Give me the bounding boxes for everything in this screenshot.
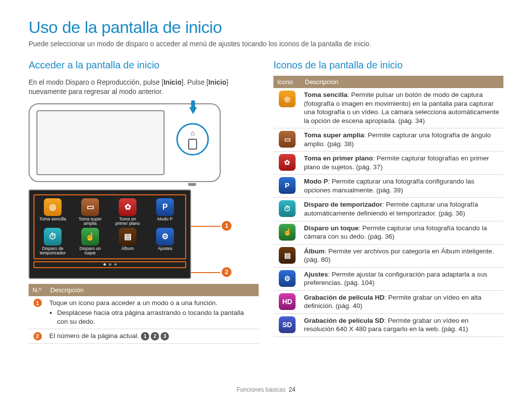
home-icon-cell: ⏱Disparo de temporizador (37, 228, 68, 256)
mode-icon-label: Toma en primer plano (112, 217, 143, 226)
page-indicator-bar (33, 261, 186, 268)
page-title: Uso de la pantalla de inicio (29, 18, 503, 37)
right-heading: Iconos de la pantalla de inicio (273, 60, 503, 71)
inicio-bold-1: Inicio (164, 78, 182, 86)
desc-cell: Álbum: Permite ver archivos por categorí… (301, 244, 503, 267)
desc-bold: Álbum (304, 247, 325, 255)
mode-icon: ◎ (44, 198, 62, 216)
mode-icon-label: Modo P (150, 217, 180, 226)
mode-icon: ☝ (81, 228, 99, 246)
camera-foot (188, 183, 196, 186)
mode-icon: ⏱ (279, 200, 296, 217)
desc-cell: Modo P: Permite capturar una fotografía … (301, 175, 503, 198)
mode-icon: ☝ (279, 224, 296, 241)
desc-cell: Toma sencilla: Permite pulsar un botón d… (301, 88, 503, 128)
mode-icon: ⚙ (279, 270, 296, 287)
inicio-bold-2: Inicio (208, 78, 227, 86)
page-footer: Funciones básicas 24 (0, 386, 532, 393)
mode-icon-label: Disparo un toque (75, 247, 105, 256)
col-num-header: N.º (29, 284, 46, 296)
mode-icon: P (279, 177, 296, 194)
table-row: HDGrabación de película HD: Permite grab… (273, 290, 503, 313)
icon-cell: ⏱ (273, 198, 301, 221)
icon-cell: ◎ (273, 88, 301, 128)
table-row: PModo P: Permite capturar una fotografía… (273, 175, 503, 198)
desc-text: : Permite ver archivos por categoría en … (304, 247, 494, 264)
mode-icon: ⏱ (44, 228, 62, 246)
desc-text: El número de la página actual. (49, 332, 141, 339)
num-badge: 1 (33, 299, 42, 307)
mode-icon: ▤ (119, 228, 136, 246)
desc-text: Toque un icono para acceder a un modo o … (49, 299, 218, 307)
desc-text: : Permite ajustar la configuración para … (304, 271, 487, 287)
mode-icon: ⚙ (156, 228, 174, 246)
home-icon-cell: ☝Disparo un toque (75, 228, 105, 256)
desc-bold: Disparo de temporizador (304, 201, 382, 208)
desc-cell: Toma super amplia: Permite capturar una … (301, 128, 503, 152)
home-icon-cell: ▤Álbum (112, 228, 143, 256)
home-screen-figure: ◎Toma sencilla▭Toma super amplia✿Toma en… (29, 189, 240, 279)
callout-line-1 (191, 226, 220, 227)
table-row: ▤Álbum: Permite ver archivos por categor… (273, 244, 503, 267)
page-dot-1 (103, 263, 106, 266)
mode-icon-label: Disparo de temporizador (37, 247, 68, 256)
list-item: Desplácese hacia otra página arrastrando… (57, 308, 256, 326)
button-outline (188, 139, 197, 150)
mode-icon-label: Ajustes (150, 247, 180, 255)
footer-section: Funciones básicas (236, 386, 285, 393)
icon-cell: P (273, 175, 301, 198)
icons-table: Icono Descripción ◎Toma sencilla: Permit… (273, 76, 503, 337)
desc-bold: Modo P (304, 178, 328, 185)
num-cell: 2 (29, 329, 46, 344)
num-badge: 2 (33, 332, 42, 340)
page-dot-badge: 2 (151, 332, 159, 340)
home-icon-cell: ✿Toma en primer plano (112, 198, 143, 226)
home-icon: ⌂ (191, 129, 195, 137)
desc-bold: Ajustes (304, 271, 328, 278)
col-desc-header: Descripción (301, 76, 503, 88)
mode-icon-label: Toma super amplia (75, 217, 105, 226)
desc-cell: Ajustes: Permite ajustar la configuració… (301, 267, 503, 290)
col-desc-header: Descripción (46, 284, 259, 296)
mode-icon: ▤ (279, 247, 296, 264)
icon-cell: ▤ (273, 244, 301, 267)
text: ]. Pulse [ (182, 78, 208, 86)
desc-cell: Toma en primer plano: Permite capturar f… (301, 152, 503, 175)
desc-text: : Permite capturar una fotografía config… (304, 178, 474, 194)
page-dot-badge: 3 (161, 332, 169, 340)
desc-bold: Toma super amplia (304, 131, 364, 139)
desc-cell: Grabación de película HD: Permite grabar… (301, 290, 503, 313)
page-dot-badge: 1 (141, 332, 149, 340)
left-heading: Acceder a la pantalla de inicio (29, 60, 259, 71)
mode-icon: HD (279, 293, 296, 310)
icon-cell: HD (273, 290, 301, 313)
icon-cell: ✿ (273, 152, 301, 175)
desc-cell: Disparo de temporizador: Permite captura… (301, 198, 503, 221)
mode-icon: P (156, 198, 174, 216)
left-column: Acceder a la pantalla de inicio En el mo… (29, 57, 259, 344)
home-icon-cell: PModo P (150, 198, 180, 226)
icon-cell: ⚙ (273, 267, 301, 290)
desc-bold: Disparo un toque (304, 224, 359, 232)
table-row: 1Toque un icono para acceder a un modo o… (29, 296, 259, 329)
camera-lcd (36, 110, 165, 175)
icon-cell: SD (273, 313, 301, 337)
col-icon-header: Icono (273, 76, 301, 88)
intro-text: Puede seleccionar un modo de disparo o a… (29, 40, 503, 48)
page-dot-2 (109, 263, 111, 266)
table-row: SDGrabación de película SD: Permite grab… (273, 313, 503, 337)
mode-icon-label: Toma sencilla (37, 217, 68, 226)
mode-icon: ◎ (279, 91, 296, 107)
mode-icon: ✿ (279, 154, 296, 171)
icon-cell: ▭ (273, 128, 301, 152)
home-button-highlight: ⌂ (176, 123, 209, 155)
callout-badge-1: 1 (222, 221, 232, 231)
desc-bold: Toma sencilla (304, 91, 347, 98)
screen-outer: ◎Toma sencilla▭Toma super amplia✿Toma en… (29, 189, 191, 279)
icon-cell: ☝ (273, 221, 301, 244)
table-row: ▭Toma super amplia: Permite capturar una… (273, 128, 503, 152)
left-paragraph: En el modo Disparo o Reproducción, pulse… (29, 78, 259, 96)
callout-table: N.º Descripción 1Toque un icono para acc… (29, 284, 259, 344)
camera-figure: ⌂ (29, 103, 259, 185)
home-icon-cell: ⚙Ajustes (150, 228, 180, 256)
